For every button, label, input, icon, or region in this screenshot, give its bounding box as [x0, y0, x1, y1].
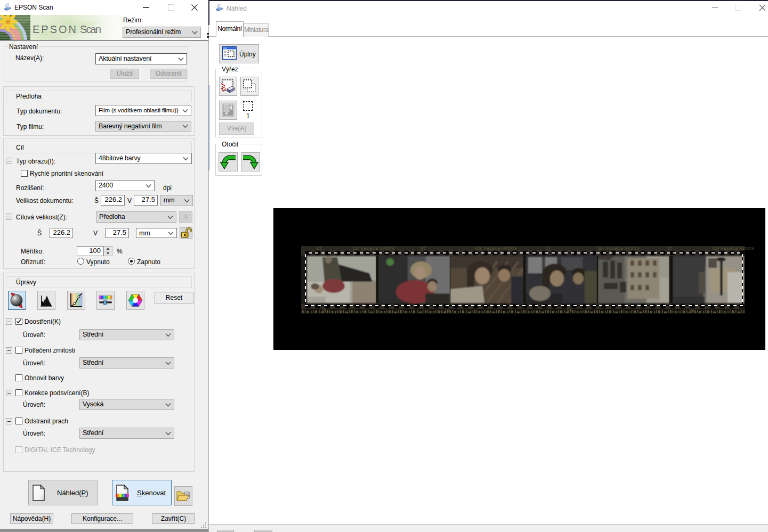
- svg-text:18: 18: [421, 247, 425, 250]
- svg-text:17: 17: [444, 308, 449, 313]
- svg-text:15: 15: [690, 308, 694, 313]
- svg-text:17: 17: [546, 247, 551, 250]
- svg-text:KODAK PORTRA 400: KODAK PORTRA 400: [352, 247, 394, 250]
- svg-text:KODAK PORTRA 400: KODAK PORTRA 400: [475, 247, 516, 250]
- svg-text:15: 15: [667, 247, 672, 250]
- svg-text:16: 16: [567, 308, 572, 313]
- svg-text:18: 18: [322, 308, 327, 313]
- svg-text:KODAK PORTRA 400: KODAK PORTRA 400: [597, 247, 639, 250]
- svg-text:KODAK PORTRA 400: KODAK PORTRA 400: [712, 247, 754, 250]
- svg-text:19: 19: [317, 247, 321, 250]
